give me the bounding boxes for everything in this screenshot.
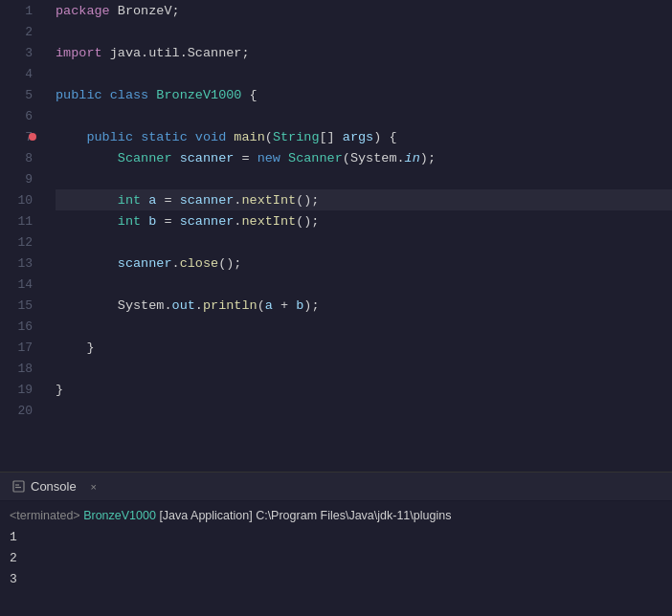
token: System [350, 151, 397, 165]
console-panel: Console × <terminated> BronzeV1000 [Java… [0, 472, 672, 616]
code-line-8: Scanner scanner = new Scanner(System.in)… [56, 147, 672, 168]
token: void [195, 130, 235, 144]
line-number-1: 1 [0, 0, 33, 21]
token: ( [343, 151, 350, 165]
token: [] [319, 130, 342, 144]
line-number-13: 13 [0, 253, 33, 274]
line-number-4: 4 [0, 63, 33, 84]
token: out [172, 298, 195, 313]
token: ; [241, 46, 249, 60]
token: package [56, 4, 118, 18]
code-line-4 [56, 63, 672, 84]
code-line-14 [56, 274, 672, 295]
token: String [273, 130, 320, 144]
token: Scanner [288, 151, 343, 165]
token: = [241, 151, 257, 165]
line-number-16: 16 [0, 316, 33, 337]
token: System [118, 298, 165, 313]
line-number-9: 9 [0, 168, 33, 189]
token: { [250, 88, 258, 102]
token: ; [172, 4, 180, 18]
console-body: <terminated> BronzeV1000 [Java Applicati… [0, 501, 672, 616]
console-icon [11, 480, 25, 494]
token: nextInt [241, 214, 296, 229]
code-line-15: System.out.println(a + b); [56, 295, 672, 316]
token [56, 256, 118, 271]
token: new [258, 151, 288, 165]
code-line-11: int b = scanner.nextInt(); [56, 210, 672, 231]
code-editor: 1234567891011121314151617181920 package … [0, 0, 672, 472]
token [56, 298, 118, 313]
line-number-15: 15 [0, 295, 33, 316]
code-line-2 [56, 21, 672, 42]
token: public [56, 88, 110, 102]
code-line-17: } [56, 337, 672, 358]
token: public [56, 130, 141, 144]
console-output-line: 1 [0, 526, 672, 547]
code-line-13: scanner.close(); [56, 253, 672, 274]
line-number-8: 8 [0, 147, 33, 168]
line-number-18: 18 [0, 358, 33, 379]
line-number-2: 2 [0, 21, 33, 42]
token: a [148, 193, 164, 208]
code-line-5: public class BronzeV1000 { [56, 84, 672, 105]
code-content: package BronzeV; import java.util.Scanne… [40, 0, 672, 472]
breakpoint-dot [29, 133, 36, 141]
token: BronzeV [118, 4, 172, 18]
token: } [56, 341, 95, 355]
line-number-11: 11 [0, 210, 33, 231]
token: a [265, 298, 280, 313]
token: } [56, 383, 63, 397]
token: Scanner [56, 151, 180, 165]
console-header: Console × [0, 473, 672, 501]
console-output-line: 3 [0, 568, 672, 589]
token: int [118, 193, 148, 208]
line-number-19: 19 [0, 379, 33, 400]
token: . [234, 193, 241, 208]
code-line-10: int a = scanner.nextInt(); [56, 189, 672, 210]
token: ( [265, 130, 273, 144]
token: ) { [373, 130, 396, 144]
console-tab-label: Console [31, 479, 77, 494]
token [56, 193, 118, 208]
line-number-10: 10 [0, 189, 33, 210]
token: scanner [180, 151, 242, 165]
token: ); [303, 298, 319, 313]
svg-rect-0 [13, 481, 24, 492]
token: int [118, 214, 148, 229]
token: in [405, 151, 420, 165]
token: ( [258, 298, 265, 313]
token: static [141, 130, 195, 144]
code-line-16 [56, 316, 672, 337]
token: args [343, 130, 373, 144]
code-line-1: package BronzeV; [56, 0, 672, 21]
token: (); [296, 193, 319, 208]
token: scanner [180, 193, 235, 208]
token: ); [420, 151, 436, 165]
token: (); [218, 256, 241, 271]
token [56, 214, 118, 229]
token: nextInt [241, 193, 296, 208]
token: . [396, 151, 404, 165]
token: b [296, 298, 303, 313]
console-output-line: 2 [0, 547, 672, 568]
token: close [180, 256, 219, 271]
token: (); [296, 214, 319, 229]
console-tab[interactable]: Console × [8, 479, 105, 495]
line-number-17: 17 [0, 337, 33, 358]
line-number-12: 12 [0, 231, 33, 253]
token: = [164, 214, 179, 229]
token: main [234, 130, 264, 144]
line-number-14: 14 [0, 274, 33, 295]
console-close-button[interactable]: × [86, 479, 101, 495]
token: . [195, 298, 203, 313]
token: class [110, 88, 157, 102]
token: scanner [180, 214, 235, 229]
token: b [148, 214, 164, 229]
token: + [280, 298, 296, 313]
line-number-5: 5 [0, 84, 33, 105]
line-number-7: 7 [0, 126, 33, 147]
token: BronzeV1000 [156, 88, 249, 102]
token: println [203, 298, 258, 313]
code-line-9 [56, 168, 672, 189]
